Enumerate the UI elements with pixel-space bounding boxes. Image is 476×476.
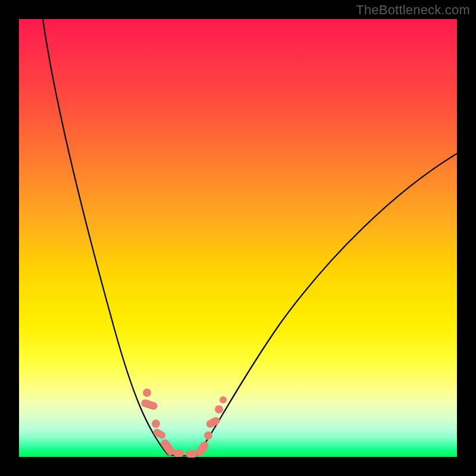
bead xyxy=(173,450,184,457)
bead xyxy=(152,419,160,428)
curves-layer xyxy=(19,19,457,457)
bead xyxy=(140,398,159,411)
svg-rect-4 xyxy=(186,450,198,458)
plot-area xyxy=(19,19,457,457)
svg-rect-1 xyxy=(152,427,167,440)
bead xyxy=(204,431,212,440)
watermark-text: TheBottleneck.com xyxy=(356,2,470,18)
chart-frame: TheBottleneck.com xyxy=(0,0,476,476)
bead xyxy=(186,450,198,458)
right-curve xyxy=(198,154,457,455)
bead xyxy=(152,427,167,440)
bead xyxy=(220,396,227,403)
bead xyxy=(143,389,151,397)
bead xyxy=(205,416,221,430)
svg-rect-6 xyxy=(205,416,221,430)
bead xyxy=(215,405,223,414)
svg-rect-0 xyxy=(140,398,159,411)
svg-rect-3 xyxy=(173,450,184,457)
